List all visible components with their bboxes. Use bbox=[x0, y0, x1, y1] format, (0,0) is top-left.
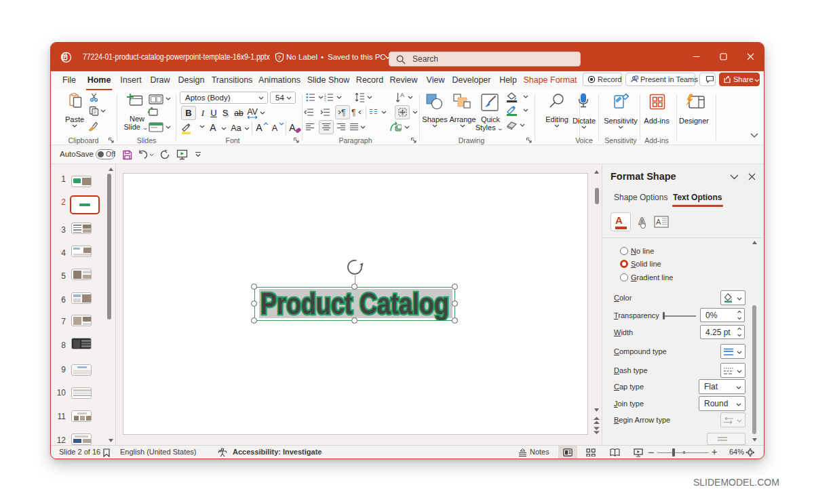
svg-text:A: A bbox=[656, 218, 661, 226]
svg-text:?: ? bbox=[277, 54, 281, 61]
svg-text:¶: ¶ bbox=[351, 108, 355, 117]
svg-text:A: A bbox=[400, 92, 404, 98]
svg-text:3: 3 bbox=[324, 100, 326, 102]
svg-text:¶: ¶ bbox=[341, 108, 345, 117]
svg-text:ĳ: ĳ bbox=[636, 76, 637, 79]
svg-text:Product Catalog: Product Catalog bbox=[260, 288, 449, 320]
svg-text:P: P bbox=[64, 55, 67, 60]
